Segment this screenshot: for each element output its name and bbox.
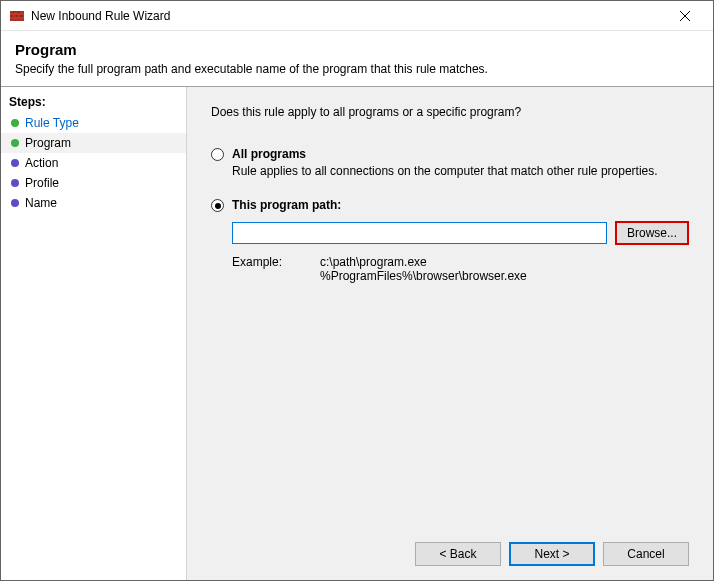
step-label: Name (25, 196, 57, 210)
svg-rect-5 (18, 11, 19, 13)
program-path-row: Browse... (232, 221, 689, 245)
browse-button[interactable]: Browse... (615, 221, 689, 245)
svg-rect-6 (11, 15, 12, 17)
step-name[interactable]: Name (1, 193, 186, 213)
option-label: This program path: (232, 198, 341, 212)
option-all-desc: Rule applies to all connections on the c… (232, 164, 689, 178)
step-profile[interactable]: Profile (1, 173, 186, 193)
step-label: Profile (25, 176, 59, 190)
steps-heading: Steps: (1, 93, 186, 113)
wizard-header: Program Specify the full program path an… (1, 31, 713, 86)
svg-rect-8 (21, 15, 22, 17)
steps-sidebar: Steps: Rule Type Program Action Profile … (1, 87, 186, 580)
step-bullet-icon (11, 199, 19, 207)
close-button[interactable] (665, 2, 705, 30)
wizard-content: Does this rule apply to all programs or … (186, 87, 713, 580)
next-button[interactable]: Next > (509, 542, 595, 566)
radio-icon[interactable] (211, 199, 224, 212)
step-bullet-icon (11, 139, 19, 147)
window-title: New Inbound Rule Wizard (31, 9, 665, 23)
example-row: Example: c:\path\program.exe %ProgramFil… (232, 255, 689, 283)
cancel-button[interactable]: Cancel (603, 542, 689, 566)
option-label: All programs (232, 147, 306, 161)
page-subtitle: Specify the full program path and execut… (15, 62, 699, 76)
question-text: Does this rule apply to all programs or … (211, 105, 689, 119)
svg-rect-3 (10, 19, 24, 21)
step-bullet-icon (11, 159, 19, 167)
step-action[interactable]: Action (1, 153, 186, 173)
svg-rect-7 (16, 15, 17, 17)
step-label: Action (25, 156, 58, 170)
firewall-icon (9, 8, 25, 24)
step-bullet-icon (11, 179, 19, 187)
step-link[interactable]: Rule Type (25, 116, 79, 130)
option-all-programs[interactable]: All programs (211, 147, 689, 161)
example-label: Example: (232, 255, 290, 283)
titlebar: New Inbound Rule Wizard (1, 1, 713, 31)
step-label: Program (25, 136, 71, 150)
option-this-program-path[interactable]: This program path: (211, 198, 689, 212)
wizard-window: New Inbound Rule Wizard Program Specify … (0, 0, 714, 581)
step-rule-type[interactable]: Rule Type (1, 113, 186, 133)
step-bullet-icon (11, 119, 19, 127)
back-button[interactable]: < Back (415, 542, 501, 566)
wizard-body: Steps: Rule Type Program Action Profile … (1, 87, 713, 580)
program-path-input[interactable] (232, 222, 607, 244)
example-paths: c:\path\program.exe %ProgramFiles%\brows… (320, 255, 527, 283)
wizard-footer: < Back Next > Cancel (211, 530, 689, 566)
svg-rect-1 (10, 11, 24, 13)
page-title: Program (15, 41, 699, 58)
step-program[interactable]: Program (1, 133, 186, 153)
svg-rect-4 (13, 11, 14, 13)
radio-icon[interactable] (211, 148, 224, 161)
